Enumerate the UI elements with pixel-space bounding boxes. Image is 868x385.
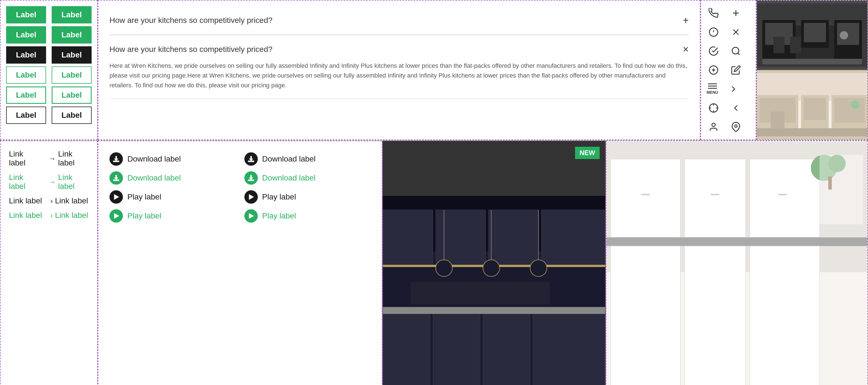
chevron-left-icon[interactable]	[729, 101, 743, 115]
link-item-3[interactable]: Link label	[9, 173, 40, 191]
icon-row-2	[707, 25, 750, 39]
menu-icon[interactable]: MENU	[707, 83, 718, 95]
faq-question-1[interactable]: How are your kitchens so competitively p…	[110, 14, 689, 26]
play-item-4[interactable]: Play label	[244, 209, 371, 223]
download-icon-2	[244, 152, 258, 166]
link-item-1[interactable]: Link label	[9, 149, 40, 167]
link-item-6[interactable]: › Link label	[50, 197, 88, 205]
btn-green-solid-3[interactable]: Label	[6, 26, 46, 43]
btn-white-green-outline-1[interactable]: Label	[6, 66, 46, 84]
panel-icons: MENU	[701, 0, 756, 140]
svg-rect-68	[685, 159, 746, 237]
svg-point-60	[483, 260, 500, 277]
svg-rect-51	[541, 210, 605, 265]
user-icon[interactable]	[707, 120, 720, 134]
svg-point-7	[732, 47, 739, 54]
close-icon[interactable]	[729, 25, 743, 39]
svg-rect-27	[763, 59, 862, 64]
btn-white-black-outline-2[interactable]: Label	[52, 107, 92, 124]
panel-images-bottom2	[606, 141, 868, 385]
btn-white-black-outline-1[interactable]: Label	[6, 107, 46, 124]
plus-circle-icon[interactable]	[707, 63, 720, 77]
svg-rect-30	[840, 31, 848, 40]
link-label-4: Link label	[58, 173, 89, 191]
button-row-1: Label Label	[6, 6, 92, 24]
check-circle-icon[interactable]	[707, 44, 720, 58]
faq-question-2[interactable]: How are your kitchens so competitively p…	[110, 43, 689, 55]
download-item-2[interactable]: Download label	[244, 152, 371, 166]
btn-black-solid-2[interactable]: Label	[52, 46, 92, 64]
svg-rect-69	[750, 159, 819, 237]
svg-rect-72	[778, 194, 787, 195]
faq-item-collapsed: How are your kitchens so competitively p…	[110, 6, 689, 35]
btn-green-solid-2[interactable]: Label	[52, 6, 92, 24]
button-row-6: Label Label	[6, 107, 92, 124]
btn-thick-green-outline-1[interactable]: Label	[6, 86, 46, 104]
icon-row-4	[707, 63, 750, 77]
new-badge: NEW	[575, 147, 599, 159]
svg-rect-70	[641, 194, 650, 195]
svg-rect-71	[711, 194, 719, 195]
alert-circle-icon[interactable]	[707, 25, 720, 39]
btn-black-solid-1[interactable]: Label	[6, 46, 46, 64]
menu-label: MENU	[707, 90, 718, 95]
svg-point-18	[735, 125, 737, 128]
svg-rect-38	[834, 98, 865, 123]
panel-images-top	[756, 0, 868, 140]
link-item-8[interactable]: › Link label	[50, 211, 88, 220]
faq-question-text-2: How are your kitchens so competitively p…	[110, 45, 273, 54]
svg-rect-41	[851, 101, 859, 109]
location-icon[interactable]	[729, 120, 743, 134]
play-label-4: Play label	[262, 211, 296, 220]
plus-icon-1[interactable]	[729, 6, 743, 20]
btn-green-solid-1[interactable]: Label	[6, 6, 46, 24]
svg-marker-43	[249, 195, 254, 200]
chevron-icon-2: ›	[50, 211, 53, 220]
download-icon-1	[110, 152, 123, 166]
link-row-2: Link label → Link label	[9, 173, 89, 191]
faq-collapse-icon[interactable]: ×	[683, 43, 689, 55]
play-item-1[interactable]: Play label	[110, 190, 236, 204]
link-item-7[interactable]: Link label	[9, 211, 42, 220]
link-label-8: Link label	[55, 211, 88, 220]
arrow-icon-1: →	[49, 154, 56, 163]
svg-marker-42	[114, 195, 119, 200]
panel-images-bottom: NEW	[382, 141, 606, 385]
icon-row-7	[707, 120, 750, 134]
phone-icon[interactable]	[707, 6, 720, 20]
play-label-3: Play label	[127, 211, 161, 220]
link-label-2: Link label	[58, 149, 89, 167]
download-icon-4	[244, 171, 258, 185]
download-item-4[interactable]: Download label	[244, 171, 371, 185]
svg-rect-57	[383, 307, 605, 314]
button-row-5: Label Label	[6, 86, 92, 104]
panel-downloads: Download label Download label	[98, 141, 382, 385]
download-label-4: Download label	[262, 174, 316, 182]
play-item-2[interactable]: Play label	[244, 190, 371, 204]
link-item-2[interactable]: → Link label	[49, 149, 89, 167]
link-item-5[interactable]: Link label	[9, 197, 42, 205]
crosshair-icon[interactable]	[707, 101, 720, 115]
btn-thick-green-outline-2[interactable]: Label	[52, 86, 92, 104]
download-item-1[interactable]: Download label	[110, 152, 236, 166]
edit-icon[interactable]	[729, 63, 743, 77]
faq-expand-icon[interactable]: +	[683, 14, 689, 26]
btn-white-green-outline-2[interactable]: Label	[52, 66, 92, 84]
download-item-3[interactable]: Download label	[110, 171, 236, 185]
chevron-right-icon[interactable]	[726, 82, 740, 96]
svg-marker-45	[249, 213, 254, 219]
panel-links: Link label → Link label Link label → Lin…	[0, 141, 98, 385]
play-item-3[interactable]: Play label	[110, 209, 236, 223]
btn-green-solid-4[interactable]: Label	[52, 26, 92, 43]
svg-rect-39	[757, 128, 867, 137]
play-label-1: Play label	[127, 193, 161, 202]
panel-faq: How are your kitchens so competitively p…	[98, 0, 701, 140]
button-row-2: Label Label	[6, 26, 92, 43]
icon-row-3	[707, 44, 750, 58]
search-icon[interactable]	[729, 44, 743, 58]
arrow-icon-2: →	[49, 178, 56, 186]
download-label-2: Download label	[262, 154, 316, 164]
download-grid: Download label Download label	[110, 152, 371, 223]
play-label-2: Play label	[262, 193, 296, 202]
link-item-4[interactable]: → Link label	[49, 173, 89, 191]
